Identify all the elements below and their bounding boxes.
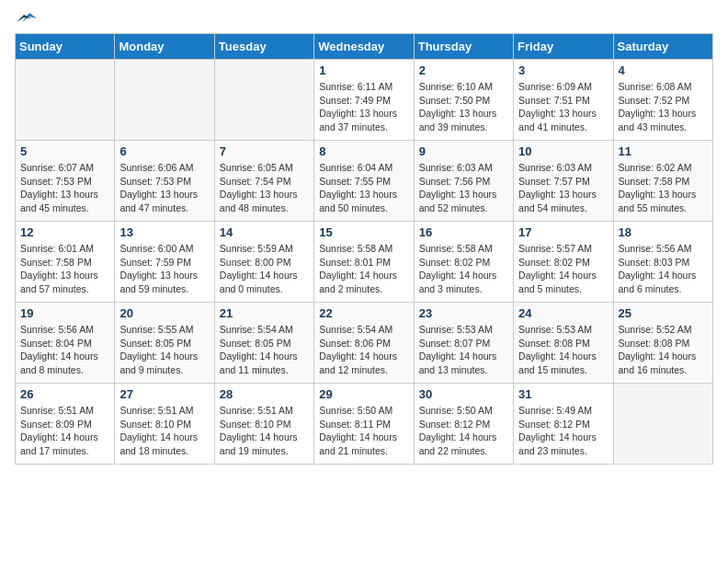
calendar-cell [613, 384, 712, 465]
day-number: 8 [319, 144, 408, 158]
calendar-cell: 5Sunrise: 6:07 AMSunset: 7:53 PMDaylight… [16, 141, 115, 222]
calendar-cell: 15Sunrise: 5:58 AMSunset: 8:01 PMDayligh… [314, 222, 414, 303]
weekday-header-row: SundayMondayTuesdayWednesdayThursdayFrid… [16, 34, 713, 60]
calendar-cell: 30Sunrise: 5:50 AMSunset: 8:12 PMDayligh… [414, 384, 513, 465]
calendar-cell: 25Sunrise: 5:52 AMSunset: 8:08 PMDayligh… [613, 303, 712, 384]
calendar-cell: 17Sunrise: 5:57 AMSunset: 8:02 PMDayligh… [514, 222, 613, 303]
day-number: 16 [419, 225, 508, 239]
calendar-cell: 19Sunrise: 5:56 AMSunset: 8:04 PMDayligh… [16, 303, 115, 384]
day-info: Sunrise: 5:54 AMSunset: 8:05 PMDaylight:… [220, 323, 309, 377]
calendar-cell: 23Sunrise: 5:53 AMSunset: 8:07 PMDayligh… [414, 303, 513, 384]
day-info: Sunrise: 6:02 AMSunset: 7:58 PMDaylight:… [619, 161, 708, 215]
day-number: 19 [20, 306, 109, 320]
calendar-cell: 1Sunrise: 6:11 AMSunset: 7:49 PMDaylight… [314, 60, 414, 141]
calendar-week-2: 5Sunrise: 6:07 AMSunset: 7:53 PMDaylight… [16, 141, 713, 222]
day-number: 29 [319, 387, 408, 401]
day-number: 18 [619, 225, 708, 239]
calendar-cell: 8Sunrise: 6:04 AMSunset: 7:55 PMDaylight… [314, 141, 414, 222]
calendar-cell: 11Sunrise: 6:02 AMSunset: 7:58 PMDayligh… [613, 141, 712, 222]
day-info: Sunrise: 5:50 AMSunset: 8:12 PMDaylight:… [419, 404, 508, 458]
weekday-header-wednesday: Wednesday [314, 34, 414, 60]
day-info: Sunrise: 5:53 AMSunset: 8:08 PMDaylight:… [518, 323, 608, 377]
day-number: 11 [619, 144, 708, 158]
weekday-header-monday: Monday [115, 34, 214, 60]
day-info: Sunrise: 6:10 AMSunset: 7:50 PMDaylight:… [419, 80, 508, 134]
day-info: Sunrise: 5:52 AMSunset: 8:08 PMDaylight:… [619, 323, 708, 377]
day-number: 7 [220, 144, 309, 158]
day-info: Sunrise: 5:54 AMSunset: 8:06 PMDaylight:… [319, 323, 408, 377]
calendar-week-5: 26Sunrise: 5:51 AMSunset: 8:09 PMDayligh… [16, 384, 713, 465]
weekday-header-thursday: Thursday [414, 34, 513, 60]
day-number: 27 [119, 387, 209, 401]
weekday-header-friday: Friday [514, 34, 613, 60]
day-number: 22 [319, 306, 408, 320]
day-info: Sunrise: 6:00 AMSunset: 7:59 PMDaylight:… [119, 242, 209, 296]
day-info: Sunrise: 6:11 AMSunset: 7:49 PMDaylight:… [319, 80, 408, 134]
day-number: 25 [619, 306, 708, 320]
day-info: Sunrise: 5:49 AMSunset: 8:12 PMDaylight:… [518, 404, 608, 458]
calendar-cell: 24Sunrise: 5:53 AMSunset: 8:08 PMDayligh… [514, 303, 613, 384]
day-number: 14 [220, 225, 309, 239]
calendar-cell: 9Sunrise: 6:03 AMSunset: 7:56 PMDaylight… [414, 141, 513, 222]
calendar-cell: 21Sunrise: 5:54 AMSunset: 8:05 PMDayligh… [214, 303, 313, 384]
day-info: Sunrise: 5:55 AMSunset: 8:05 PMDaylight:… [119, 323, 209, 377]
day-number: 23 [419, 306, 508, 320]
day-info: Sunrise: 5:58 AMSunset: 8:01 PMDaylight:… [319, 242, 408, 296]
day-info: Sunrise: 6:06 AMSunset: 7:53 PMDaylight:… [119, 161, 209, 215]
day-number: 20 [119, 306, 209, 320]
calendar-cell: 4Sunrise: 6:08 AMSunset: 7:52 PMDaylight… [613, 60, 712, 141]
calendar-cell: 14Sunrise: 5:59 AMSunset: 8:00 PMDayligh… [214, 222, 313, 303]
calendar-body: 1Sunrise: 6:11 AMSunset: 7:49 PMDaylight… [16, 60, 713, 465]
day-info: Sunrise: 5:50 AMSunset: 8:11 PMDaylight:… [319, 404, 408, 458]
calendar-cell: 13Sunrise: 6:00 AMSunset: 7:59 PMDayligh… [115, 222, 214, 303]
logo-bird-icon [17, 11, 37, 26]
day-number: 31 [518, 387, 608, 401]
calendar-cell: 7Sunrise: 6:05 AMSunset: 7:54 PMDaylight… [214, 141, 313, 222]
day-number: 10 [518, 144, 608, 158]
day-info: Sunrise: 6:09 AMSunset: 7:51 PMDaylight:… [518, 80, 608, 134]
day-info: Sunrise: 6:01 AMSunset: 7:58 PMDaylight:… [20, 242, 109, 296]
day-number: 1 [319, 63, 408, 77]
day-number: 6 [119, 144, 209, 158]
calendar-cell: 22Sunrise: 5:54 AMSunset: 8:06 PMDayligh… [314, 303, 414, 384]
day-number: 5 [20, 144, 109, 158]
calendar-cell [115, 60, 214, 141]
day-number: 17 [518, 225, 608, 239]
day-number: 12 [20, 225, 109, 239]
header [15, 15, 713, 26]
day-info: Sunrise: 5:56 AMSunset: 8:04 PMDaylight:… [20, 323, 109, 377]
calendar-week-1: 1Sunrise: 6:11 AMSunset: 7:49 PMDaylight… [16, 60, 713, 141]
day-number: 4 [619, 63, 708, 77]
day-info: Sunrise: 5:51 AMSunset: 8:10 PMDaylight:… [220, 404, 309, 458]
day-number: 30 [419, 387, 508, 401]
calendar-cell: 16Sunrise: 5:58 AMSunset: 8:02 PMDayligh… [414, 222, 513, 303]
weekday-header-sunday: Sunday [16, 34, 115, 60]
day-info: Sunrise: 6:05 AMSunset: 7:54 PMDaylight:… [220, 161, 309, 215]
calendar-week-3: 12Sunrise: 6:01 AMSunset: 7:58 PMDayligh… [16, 222, 713, 303]
calendar-cell: 28Sunrise: 5:51 AMSunset: 8:10 PMDayligh… [214, 384, 313, 465]
day-info: Sunrise: 5:53 AMSunset: 8:07 PMDaylight:… [419, 323, 508, 377]
day-info: Sunrise: 6:07 AMSunset: 7:53 PMDaylight:… [20, 161, 109, 215]
day-info: Sunrise: 5:51 AMSunset: 8:09 PMDaylight:… [20, 404, 109, 458]
calendar-cell: 10Sunrise: 6:03 AMSunset: 7:57 PMDayligh… [514, 141, 613, 222]
day-info: Sunrise: 5:56 AMSunset: 8:03 PMDaylight:… [619, 242, 708, 296]
calendar-week-4: 19Sunrise: 5:56 AMSunset: 8:04 PMDayligh… [16, 303, 713, 384]
weekday-header-tuesday: Tuesday [214, 34, 313, 60]
weekday-header-saturday: Saturday [613, 34, 712, 60]
day-number: 21 [220, 306, 309, 320]
calendar-cell: 29Sunrise: 5:50 AMSunset: 8:11 PMDayligh… [314, 384, 414, 465]
calendar-cell [16, 60, 115, 141]
day-number: 3 [518, 63, 608, 77]
calendar-cell: 6Sunrise: 6:06 AMSunset: 7:53 PMDaylight… [115, 141, 214, 222]
calendar-table: SundayMondayTuesdayWednesdayThursdayFrid… [15, 33, 713, 465]
day-info: Sunrise: 5:51 AMSunset: 8:10 PMDaylight:… [119, 404, 209, 458]
calendar-cell: 2Sunrise: 6:10 AMSunset: 7:50 PMDaylight… [414, 60, 513, 141]
logo [15, 15, 37, 26]
day-info: Sunrise: 6:03 AMSunset: 7:57 PMDaylight:… [518, 161, 608, 215]
day-info: Sunrise: 5:58 AMSunset: 8:02 PMDaylight:… [419, 242, 508, 296]
day-number: 2 [419, 63, 508, 77]
day-info: Sunrise: 6:08 AMSunset: 7:52 PMDaylight:… [619, 80, 708, 134]
day-number: 28 [220, 387, 309, 401]
day-info: Sunrise: 5:59 AMSunset: 8:00 PMDaylight:… [220, 242, 309, 296]
day-info: Sunrise: 6:04 AMSunset: 7:55 PMDaylight:… [319, 161, 408, 215]
